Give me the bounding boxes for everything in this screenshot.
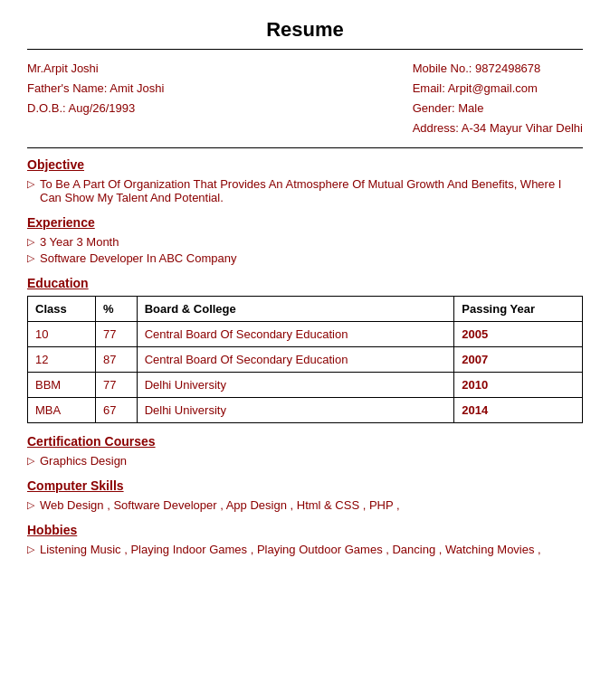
- cell-board: Delhi University: [137, 373, 454, 398]
- header-left: Mr.Arpit Joshi Father's Name: Amit Joshi…: [27, 59, 164, 138]
- cell-year: 2014: [454, 398, 583, 423]
- objective-item: ▷ To Be A Part Of Organization That Prov…: [27, 177, 583, 204]
- gender: Gender: Male: [413, 99, 583, 118]
- experience-item-0: ▷ 3 Year 3 Month: [27, 235, 583, 249]
- objective-content: To Be A Part Of Organization That Provid…: [40, 177, 583, 204]
- email: Email: Arpit@gmail.com: [413, 79, 583, 99]
- experience-title: Experience: [27, 215, 583, 230]
- education-table: Class % Board & College Passing Year 10 …: [27, 296, 583, 423]
- hobbies-content: Listening Music , Playing Indoor Games ,…: [40, 543, 541, 556]
- table-row: MBA 67 Delhi University 2014: [28, 398, 583, 423]
- mobile: Mobile No.: 9872498678: [413, 59, 583, 79]
- bottom-divider: [27, 147, 583, 148]
- experience-section: Experience ▷ 3 Year 3 Month ▷ Software D…: [27, 215, 583, 265]
- cell-year: 2010: [454, 373, 583, 398]
- col-year: Passing Year: [454, 297, 583, 322]
- table-row: BBM 77 Delhi University 2010: [28, 373, 583, 398]
- fathers-name: Father's Name: Amit Joshi: [27, 79, 164, 99]
- cell-percent: 87: [95, 347, 137, 373]
- cell-class: BBM: [28, 373, 96, 398]
- col-percent: %: [95, 297, 137, 322]
- bullet-icon: ▷: [27, 455, 34, 467]
- experience-text-0: 3 Year 3 Month: [40, 235, 119, 249]
- address: Address: A-34 Mayur Vihar Delhi: [413, 118, 583, 138]
- cell-board: Central Board Of Secondary Education: [137, 347, 454, 373]
- computer-skills-title: Computer Skills: [27, 478, 583, 493]
- bullet-icon: ▷: [27, 499, 34, 511]
- education-section: Education Class % Board & College Passin…: [27, 276, 583, 423]
- cell-percent: 67: [95, 398, 137, 423]
- top-divider: [27, 49, 583, 50]
- experience-text-1: Software Developer In ABC Company: [40, 251, 237, 265]
- hobbies-section: Hobbies ▷ Listening Music , Playing Indo…: [27, 523, 583, 556]
- header-section: Mr.Arpit Joshi Father's Name: Amit Joshi…: [27, 59, 583, 138]
- cell-class: 12: [28, 347, 96, 373]
- cell-year: 2005: [454, 322, 583, 347]
- col-class: Class: [28, 297, 96, 322]
- experience-item-1: ▷ Software Developer In ABC Company: [27, 251, 583, 265]
- header-right: Mobile No.: 9872498678 Email: Arpit@gmai…: [413, 59, 583, 138]
- cell-board: Central Board Of Secondary Education: [137, 322, 454, 347]
- bullet-icon: ▷: [27, 252, 34, 264]
- cell-percent: 77: [95, 322, 137, 347]
- applicant-name: Mr.Arpit Joshi: [27, 59, 164, 79]
- dob: D.O.B.: Aug/26/1993: [27, 99, 164, 118]
- hobbies-item: ▷ Listening Music , Playing Indoor Games…: [27, 543, 583, 556]
- bullet-icon: ▷: [27, 544, 34, 555]
- certification-text-0: Graphics Design: [40, 454, 127, 468]
- resume-title: Resume: [27, 18, 583, 42]
- col-board: Board & College: [137, 297, 454, 322]
- hobbies-title: Hobbies: [27, 523, 583, 537]
- computer-skills-content: Web Design , Software Developer , App De…: [40, 498, 400, 512]
- education-title: Education: [27, 276, 583, 290]
- cell-board: Delhi University: [137, 398, 454, 423]
- table-row: 10 77 Central Board Of Secondary Educati…: [28, 322, 583, 347]
- certification-item-0: ▷ Graphics Design: [27, 454, 583, 468]
- cell-class: 10: [28, 322, 96, 347]
- cell-percent: 77: [95, 373, 137, 398]
- bullet-icon: ▷: [27, 178, 34, 190]
- table-row: 12 87 Central Board Of Secondary Educati…: [28, 347, 583, 373]
- certification-title: Certification Courses: [27, 434, 583, 449]
- objective-section: Objective ▷ To Be A Part Of Organization…: [27, 157, 583, 204]
- cell-year: 2007: [454, 347, 583, 373]
- objective-title: Objective: [27, 157, 583, 172]
- bullet-icon: ▷: [27, 236, 34, 248]
- table-header-row: Class % Board & College Passing Year: [28, 297, 583, 322]
- computer-skills-section: Computer Skills ▷ Web Design , Software …: [27, 478, 583, 512]
- cell-class: MBA: [28, 398, 96, 423]
- computer-skills-item: ▷ Web Design , Software Developer , App …: [27, 498, 583, 512]
- certification-section: Certification Courses ▷ Graphics Design: [27, 434, 583, 468]
